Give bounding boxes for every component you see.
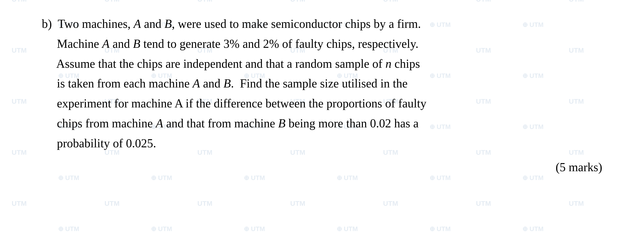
watermark-text: ⊕ UTM [522,225,544,232]
problem-text: b) Two machines, A and B, were used to m… [42,14,616,153]
content-area: b) Two machines, A and B, were used to m… [0,0,644,188]
watermark-text: ⊕ UTM [244,225,265,232]
watermark-text: UTM [290,200,305,208]
problem-label: b) [42,17,58,30]
watermark-text: ⊕ UTM [58,225,79,232]
watermark-text: UTM [569,200,584,208]
watermark-text: UTM [383,200,398,208]
watermark-text: UTM [476,200,491,208]
watermark-text: UTM [104,200,120,208]
marks: (5 marks) [42,160,616,174]
watermark-text: ⊕ UTM [430,225,450,232]
watermark-text: UTM [197,200,212,208]
watermark-text: UTM [12,200,27,208]
watermark-text: ⊕ UTM [151,225,172,232]
watermark-text: ⊕ UTM [337,225,358,232]
